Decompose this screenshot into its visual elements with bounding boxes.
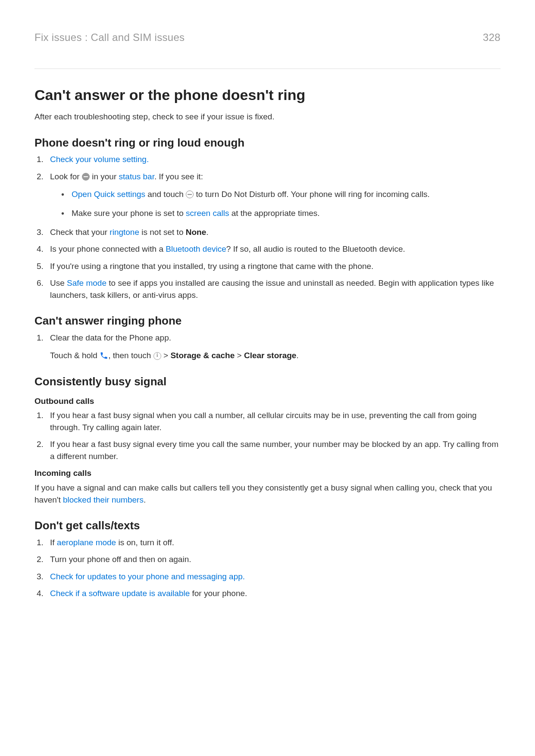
cant-answer-list: Clear the data for the Phone app. Touch … bbox=[34, 332, 501, 362]
intro-text: After each troubleshooting step, check t… bbox=[34, 111, 501, 123]
list-item: Use Safe mode to see if apps you install… bbox=[46, 277, 501, 301]
status-bar-link[interactable]: status bar bbox=[119, 172, 154, 181]
text: . bbox=[144, 495, 146, 504]
text-bold: Storage & cache bbox=[170, 351, 235, 360]
text: is on, turn it off. bbox=[116, 538, 174, 547]
text: . bbox=[296, 351, 298, 360]
text: , then touch bbox=[108, 351, 153, 360]
text: Use bbox=[50, 278, 67, 287]
section-busy-signal-heading: Consistently busy signal bbox=[34, 374, 501, 390]
incoming-paragraph: If you have a signal and can make calls … bbox=[34, 482, 501, 506]
text: If bbox=[50, 538, 57, 547]
page-header: Fix issues : Call and SIM issues 328 bbox=[34, 30, 501, 69]
sublist: Open Quick settings and touch to turn Do… bbox=[50, 188, 501, 219]
section-no-ring-heading: Phone doesn't ring or ring loud enough bbox=[34, 135, 501, 151]
text-bold: None bbox=[186, 228, 206, 237]
section-cant-answer-heading: Can't answer ringing phone bbox=[34, 313, 501, 329]
list-item: If you hear a fast busy signal every tim… bbox=[46, 438, 501, 462]
do-not-disturb-icon bbox=[82, 173, 90, 181]
list-item: If you're using a ringtone that you inst… bbox=[46, 260, 501, 272]
breadcrumb: Fix issues : Call and SIM issues bbox=[34, 30, 185, 45]
blocked-numbers-link[interactable]: blocked their numbers bbox=[63, 495, 144, 504]
list-item: Check if a software update is available … bbox=[46, 587, 501, 600]
text: for your phone. bbox=[190, 589, 247, 598]
list-item: Look for in your status bar. If you see … bbox=[46, 171, 501, 219]
list-item: Check your volume setting. bbox=[46, 153, 501, 166]
list-item: If you hear a fast busy signal when you … bbox=[46, 409, 501, 433]
open-quick-settings-link[interactable]: Open Quick settings bbox=[72, 190, 145, 199]
check-volume-link[interactable]: Check your volume setting. bbox=[50, 155, 149, 164]
check-updates-link[interactable]: Check for updates to your phone and mess… bbox=[50, 572, 245, 581]
text: ? If so, all audio is routed to the Blue… bbox=[226, 244, 405, 253]
list-item: Check that your ringtone is not set to N… bbox=[46, 226, 501, 238]
screen-calls-link[interactable]: screen calls bbox=[186, 209, 229, 218]
text: Touch & hold bbox=[50, 351, 100, 360]
text: . If you see it: bbox=[154, 172, 203, 181]
list-item: Make sure your phone is set to screen ca… bbox=[61, 207, 501, 219]
text: Make sure your phone is set to bbox=[72, 209, 186, 218]
phone-app-icon bbox=[100, 351, 108, 360]
outbound-calls-subheading: Outbound calls bbox=[34, 395, 501, 407]
list-item: Check for updates to your phone and mess… bbox=[46, 571, 501, 583]
text: to turn Do Not Disturb off. Your phone w… bbox=[194, 190, 430, 199]
do-not-disturb-outline-icon bbox=[186, 191, 194, 198]
instruction-line: Touch & hold , then touch > Storage & ca… bbox=[50, 350, 501, 362]
no-calls-list: If aeroplane mode is on, turn it off. Tu… bbox=[34, 537, 501, 600]
section-no-calls-texts-heading: Don't get calls/texts bbox=[34, 518, 501, 534]
text: Clear the data for the Phone app. bbox=[50, 333, 171, 342]
outbound-list: If you hear a fast busy signal when you … bbox=[34, 409, 501, 462]
text: and touch bbox=[145, 190, 186, 199]
text: to see if apps you installed are causing… bbox=[50, 278, 494, 300]
list-item: Open Quick settings and touch to turn Do… bbox=[61, 188, 501, 200]
text: Is your phone connected with a bbox=[50, 244, 166, 253]
page-number: 328 bbox=[483, 30, 501, 45]
incoming-calls-subheading: Incoming calls bbox=[34, 467, 501, 479]
text-bold: Clear storage bbox=[244, 351, 296, 360]
chevron-icon: > bbox=[235, 351, 244, 360]
list-item: Clear the data for the Phone app. Touch … bbox=[46, 332, 501, 362]
no-ring-list: Check your volume setting. Look for in y… bbox=[34, 153, 501, 301]
ringtone-link[interactable]: ringtone bbox=[110, 228, 139, 237]
safe-mode-link[interactable]: Safe mode bbox=[67, 278, 106, 287]
text: in your bbox=[90, 172, 119, 181]
bluetooth-device-link[interactable]: Bluetooth device bbox=[166, 244, 226, 253]
chevron-icon: > bbox=[161, 351, 171, 360]
page-title: Can't answer or the phone doesn't ring bbox=[34, 84, 501, 106]
aeroplane-mode-link[interactable]: aeroplane mode bbox=[57, 538, 116, 547]
text: . bbox=[206, 228, 208, 237]
text: at the appropriate times. bbox=[229, 209, 319, 218]
software-update-link[interactable]: Check if a software update is available bbox=[50, 589, 190, 598]
list-item: Is your phone connected with a Bluetooth… bbox=[46, 243, 501, 255]
list-item: Turn your phone off and then on again. bbox=[46, 553, 501, 565]
text: Look for bbox=[50, 172, 82, 181]
list-item: If aeroplane mode is on, turn it off. bbox=[46, 537, 501, 549]
info-icon bbox=[153, 352, 161, 360]
text: is not set to bbox=[139, 228, 186, 237]
text: Check that your bbox=[50, 228, 110, 237]
